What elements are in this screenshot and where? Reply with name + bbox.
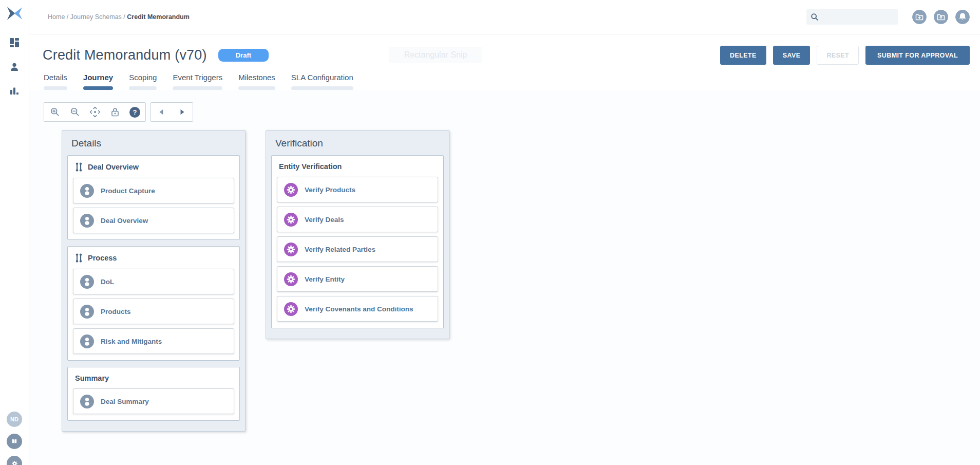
gear-icon (284, 272, 298, 286)
app-window: ND (0, 0, 980, 465)
group-title: Entity Verification (279, 162, 342, 171)
pan-icon[interactable] (89, 106, 101, 118)
tab-underline (129, 86, 157, 90)
user-icon (80, 334, 94, 348)
sidebar: ND (0, 0, 29, 465)
group-header[interactable]: Process (68, 247, 239, 269)
tab-underline (238, 86, 275, 90)
drag-handle-icon (75, 162, 83, 172)
page-title: Credit Memorandum (v70) (43, 47, 207, 63)
tab-scoping[interactable]: Scoping (128, 73, 158, 90)
gear-icon (284, 183, 298, 197)
lane-title: Verification (266, 131, 449, 155)
breadcrumb-separator: / (67, 13, 68, 21)
reset-button[interactable]: RESET (817, 46, 859, 65)
tab-journey[interactable]: Journey (82, 73, 114, 90)
topbar: Home / Journey Schemas / Credit Memorand… (29, 0, 980, 34)
tab-underline (173, 86, 222, 90)
bell-button[interactable] (955, 10, 970, 24)
help-icon[interactable]: ? (129, 107, 140, 118)
dashboard-icon[interactable] (9, 37, 20, 48)
group-title: Deal Overview (88, 163, 139, 171)
topbar-actions (806, 9, 970, 25)
search-box (806, 9, 898, 25)
main-area: Home / Journey Schemas / Credit Memorand… (29, 0, 980, 465)
tab-milestones[interactable]: Milestones (237, 73, 276, 90)
group-title: Process (88, 254, 117, 262)
zoom-out-icon[interactable] (69, 106, 81, 118)
step-product-capture[interactable]: Product Capture (73, 178, 234, 203)
x-logo-icon (6, 6, 24, 21)
breadcrumb-journey-schemas[interactable]: Journey Schemas (70, 13, 122, 21)
group-header[interactable]: Deal Overview (68, 156, 239, 178)
folder-plus-button[interactable] (912, 10, 927, 24)
canvas-toolbar: ? (44, 102, 980, 122)
tab-underline (83, 86, 113, 90)
lock-icon[interactable] (109, 106, 121, 118)
gear-icon (284, 243, 298, 256)
nav-right-icon[interactable] (176, 106, 187, 118)
user-icon (80, 184, 94, 198)
docs-button[interactable] (7, 434, 22, 449)
group-header[interactable]: Summary (68, 367, 239, 388)
step-verify-deals[interactable]: Verify Deals (277, 207, 438, 232)
bar-chart-icon[interactable] (9, 85, 20, 97)
step-risk-and-mitigants[interactable]: Risk and Mitigants (73, 328, 234, 354)
zoom-in-icon[interactable] (49, 106, 61, 118)
lane-verification: Verification Entity Verification (266, 130, 449, 339)
delete-button[interactable]: DELETE (720, 46, 766, 65)
snip-tool-ghost-overlay: Rectangular Snip (389, 47, 482, 63)
lane-details: Details Deal Overview (62, 130, 246, 432)
nav-tool-group (150, 102, 193, 122)
breadcrumb-home[interactable]: Home (48, 13, 65, 21)
tab-underline (291, 86, 353, 90)
user-icon (80, 395, 94, 408)
breadcrumb-current: Credit Memorandum (127, 13, 190, 21)
drag-handle-icon (75, 253, 83, 263)
group-header[interactable]: Entity Verification (272, 156, 443, 177)
step-deal-overview[interactable]: Deal Overview (73, 208, 234, 233)
lane-title: Details (62, 131, 245, 155)
group-title: Summary (75, 374, 109, 382)
step-verify-products[interactable]: Verify Products (277, 177, 438, 202)
brand-logo[interactable] (6, 6, 24, 23)
gear-icon (284, 302, 298, 316)
breadcrumb: Home / Journey Schemas / Credit Memorand… (48, 13, 190, 21)
user-nav-icon[interactable] (9, 61, 20, 72)
sidebar-bottom: ND (7, 412, 22, 465)
step-dol[interactable]: DoL (73, 269, 234, 294)
step-verify-entity[interactable]: Verify Entity (277, 266, 438, 292)
step-verify-covenants-and-conditions[interactable]: Verify Covenants and Conditions (277, 296, 438, 322)
group-process: Process DoL (67, 246, 240, 361)
tab-details[interactable]: Details (43, 73, 68, 90)
lanes-container: Details Deal Overview (44, 130, 980, 432)
settings-button[interactable] (7, 456, 22, 465)
group-summary: Summary Deal Summary (67, 367, 240, 421)
tab-underline (44, 86, 67, 90)
sidebar-nav (9, 37, 20, 97)
book-icon (10, 437, 19, 446)
search-icon (811, 13, 819, 21)
save-button[interactable]: SAVE (773, 46, 811, 65)
header-buttons: DELETE SAVE RESET SUBMIT FOR APPROVAL (720, 46, 970, 65)
avatar[interactable]: ND (7, 412, 22, 427)
journey-canvas: ? Details (29, 90, 980, 465)
step-products[interactable]: Products (73, 299, 234, 324)
group-deal-overview: Deal Overview Product Capture (67, 155, 240, 240)
tab-sla-configuration[interactable]: SLA Configuration (290, 73, 354, 90)
submit-for-approval-button[interactable]: SUBMIT FOR APPROVAL (865, 46, 970, 65)
title-row: Credit Memorandum (v70) Draft DELETE SAV… (43, 46, 970, 65)
nav-left-icon[interactable] (156, 106, 167, 118)
step-deal-summary[interactable]: Deal Summary (73, 388, 234, 414)
tab-bar: Details Journey Scoping Event Triggers M… (43, 73, 970, 90)
user-icon (80, 305, 94, 319)
page-header: Credit Memorandum (v70) Draft DELETE SAV… (29, 34, 980, 90)
folder-upload-button[interactable] (934, 10, 948, 24)
gear-icon (10, 459, 20, 465)
zoom-tool-group: ? (44, 102, 146, 122)
user-icon (80, 275, 94, 289)
tab-event-triggers[interactable]: Event Triggers (172, 73, 223, 90)
step-verify-related-parties[interactable]: Verify Related Parties (277, 236, 438, 262)
user-icon (80, 214, 94, 228)
search-input[interactable] (822, 13, 894, 21)
